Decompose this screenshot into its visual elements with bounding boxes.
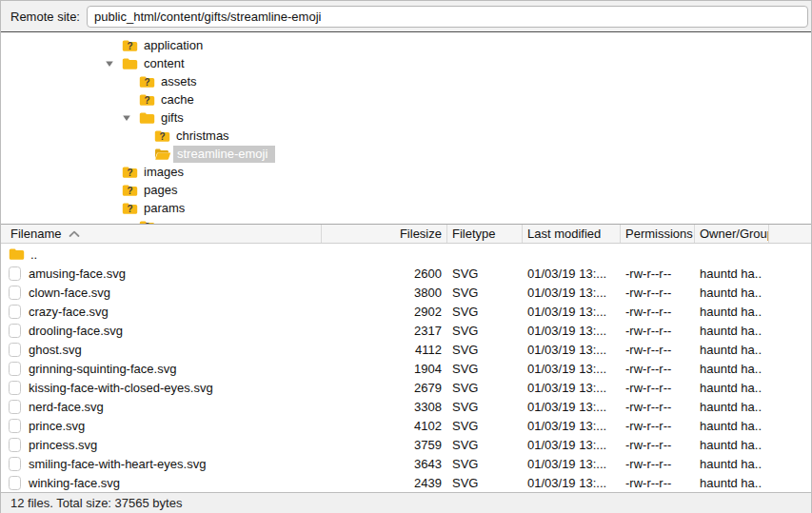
filename-cell: crazy-face.svg [1, 305, 322, 319]
column-header-last-modified[interactable]: Last modified [523, 225, 621, 243]
last-modified-cell: 01/03/19 13:... [523, 305, 621, 319]
file-icon [9, 400, 21, 414]
tree-item-label: cache [161, 92, 194, 107]
column-header-filetype[interactable]: Filetype [447, 225, 523, 243]
tree-item-gifts[interactable]: gifts [1, 109, 811, 127]
tree-item-christmas[interactable]: ?christmas [1, 127, 811, 145]
filename-text: princess.svg [29, 438, 97, 452]
filename-text: nerd-face.svg [29, 400, 104, 414]
remote-browser-panel: Remote site: ?applicationcontent?assets?… [0, 0, 812, 513]
file-list-header: FilenameFilesizeFiletypeLast modifiedPer… [1, 224, 811, 244]
filetype-cell: SVG [447, 457, 523, 471]
tree-item-assets[interactable]: ?assets [1, 72, 811, 90]
file-row[interactable]: clown-face.svg3800SVG01/03/19 13:...-rw-… [1, 283, 811, 302]
filename-cell: princess.svg [1, 438, 322, 452]
tree-item-images[interactable]: ?images [1, 163, 811, 181]
owner-group-cell: hauntd ha.. [695, 286, 769, 300]
permissions-cell: -rw-r--r-- [621, 476, 695, 490]
parent-directory-row[interactable]: .. [1, 245, 811, 264]
filename-text: prince.svg [29, 419, 85, 433]
remote-site-input[interactable] [87, 6, 808, 28]
tree-item-label: params [144, 201, 185, 215]
tree-item-label: images [144, 165, 184, 179]
expander-down-icon[interactable] [105, 59, 122, 69]
file-row[interactable]: nerd-face.svg3308SVG01/03/19 13:...-rw-r… [1, 397, 811, 416]
folder-question-icon: ? [139, 75, 155, 89]
permissions-cell: -rw-r--r-- [621, 305, 695, 319]
filename-text: drooling-face.svg [29, 324, 123, 338]
filename-cell: drooling-face.svg [1, 324, 322, 338]
remote-site-bar: Remote site: [1, 1, 811, 32]
file-row[interactable]: smiling-face-with-heart-eyes.svg3643SVG0… [1, 454, 811, 473]
svg-text:?: ? [127, 41, 132, 51]
svg-text:?: ? [127, 168, 132, 178]
owner-group-cell: hauntd ha.. [695, 305, 769, 319]
directory-tree: ?applicationcontent?assets?cachegifts?ch… [1, 32, 811, 224]
permissions-cell: -rw-r--r-- [621, 419, 695, 433]
svg-text:?: ? [159, 131, 165, 142]
file-row[interactable]: grinning-squinting-face.svg1904SVG01/03/… [1, 359, 811, 378]
file-icon [9, 438, 21, 452]
last-modified-cell: 01/03/19 13:... [523, 381, 621, 395]
file-row[interactable]: crazy-face.svg2902SVG01/03/19 13:...-rw-… [1, 302, 811, 321]
tree-item-params[interactable]: ?params [1, 199, 811, 217]
remote-site-label: Remote site: [10, 10, 80, 24]
svg-text:?: ? [127, 186, 132, 196]
svg-text:?: ? [127, 204, 132, 214]
filename-text: kissing-face-with-closed-eyes.svg [29, 381, 213, 395]
filename-cell: prince.svg [1, 419, 322, 433]
tree-item-cache[interactable]: ?cache [1, 90, 811, 109]
last-modified-cell: 01/03/19 13:... [523, 362, 621, 376]
last-modified-cell: 01/03/19 13:... [523, 343, 621, 357]
filetype-cell: SVG [447, 362, 523, 376]
tree-item-label: pages [144, 183, 177, 197]
filename-cell: grinning-squinting-face.svg [1, 362, 322, 376]
column-header-label: Owner/Group [700, 227, 769, 241]
filename-cell: .. [1, 247, 322, 262]
filesize-cell: 2679 [322, 381, 447, 395]
status-text: 12 files. Total size: 37565 bytes [10, 496, 182, 510]
tree-item-pages[interactable]: ?pages [1, 181, 811, 199]
owner-group-cell: hauntd ha.. [695, 438, 769, 452]
filesize-cell: 3759 [322, 438, 447, 452]
file-row[interactable]: kissing-face-with-closed-eyes.svg2679SVG… [1, 378, 811, 397]
file-icon [9, 362, 21, 376]
filetype-cell: SVG [447, 343, 523, 357]
expander-down-icon[interactable] [122, 113, 139, 123]
tree-item-application[interactable]: ?application [1, 36, 811, 54]
tree-item-streamline-emoji[interactable]: streamline-emoji [1, 145, 811, 163]
filetype-cell: SVG [447, 400, 523, 414]
permissions-cell: -rw-r--r-- [621, 286, 695, 300]
file-row[interactable]: winking-face.svg2439SVG01/03/19 13:...-r… [1, 473, 811, 492]
folder-question-icon: ? [139, 93, 155, 107]
column-header-owner-group[interactable]: Owner/Group [695, 225, 769, 243]
folder-question-icon: ? [122, 202, 138, 215]
last-modified-cell: 01/03/19 13:... [523, 419, 621, 433]
tree-item-label: content [144, 56, 185, 70]
filetype-cell: SVG [447, 266, 523, 281]
filename-cell: smiling-face-with-heart-eyes.svg [1, 457, 322, 471]
last-modified-cell: 01/03/19 13:... [523, 400, 621, 414]
file-row[interactable]: ghost.svg4112SVG01/03/19 13:...-rw-r--r-… [1, 340, 811, 359]
file-row[interactable]: prince.svg4102SVG01/03/19 13:...-rw-r--r… [1, 416, 811, 435]
last-modified-cell: 01/03/19 13:... [523, 266, 621, 281]
filename-text: amusing-face.svg [29, 266, 126, 281]
column-header-filename[interactable]: Filename [1, 225, 322, 243]
column-header-label: Filename [10, 227, 61, 241]
column-header-label: Last modified [527, 227, 601, 241]
tree-item-content[interactable]: content [1, 54, 811, 72]
owner-group-cell: hauntd ha.. [695, 266, 769, 281]
status-bar: 12 files. Total size: 37565 bytes [1, 492, 811, 513]
permissions-cell: -rw-r--r-- [621, 266, 695, 281]
filename-text: crazy-face.svg [29, 305, 109, 319]
file-row[interactable]: princess.svg3759SVG01/03/19 13:...-rw-r-… [1, 435, 811, 454]
last-modified-cell: 01/03/19 13:... [523, 324, 621, 338]
column-header-permissions[interactable]: Permissions [621, 225, 695, 243]
file-icon [9, 286, 21, 300]
filesize-cell: 3308 [322, 400, 447, 414]
column-header-filesize[interactable]: Filesize [322, 225, 447, 243]
file-row[interactable]: amusing-face.svg2600SVG01/03/19 13:...-r… [1, 264, 811, 283]
file-row[interactable]: drooling-face.svg2317SVG01/03/19 13:...-… [1, 321, 811, 340]
tree-item-partial[interactable]: ? [1, 217, 811, 224]
owner-group-cell: hauntd ha.. [695, 476, 769, 490]
